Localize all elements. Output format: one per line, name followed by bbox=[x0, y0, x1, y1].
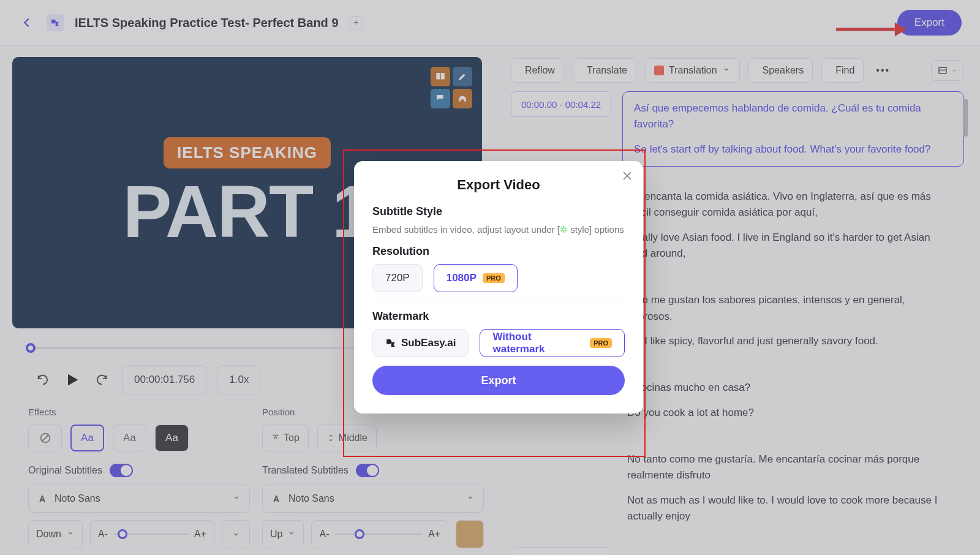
watermark-none[interactable]: Without watermark PRO bbox=[480, 329, 625, 357]
watermark-brand[interactable]: SubEasy.ai bbox=[372, 329, 469, 357]
pro-badge: PRO bbox=[590, 338, 612, 348]
close-icon[interactable] bbox=[621, 170, 633, 184]
subtitle-style-hint: Embed subtitles in video, adjust layout … bbox=[372, 224, 625, 235]
resolution-1080p[interactable]: 1080P PRO bbox=[434, 264, 518, 292]
export-modal: Export Video Subtitle Style Embed subtit… bbox=[354, 161, 643, 413]
modal-title: Export Video bbox=[372, 177, 625, 193]
export-confirm-button[interactable]: Export bbox=[372, 366, 625, 395]
subtitle-style-title: Subtitle Style bbox=[372, 205, 625, 218]
resolution-720p[interactable]: 720P bbox=[372, 264, 423, 292]
resolution-title: Resolution bbox=[372, 245, 625, 258]
pro-badge: PRO bbox=[483, 273, 505, 283]
watermark-title: Watermark bbox=[372, 310, 625, 323]
